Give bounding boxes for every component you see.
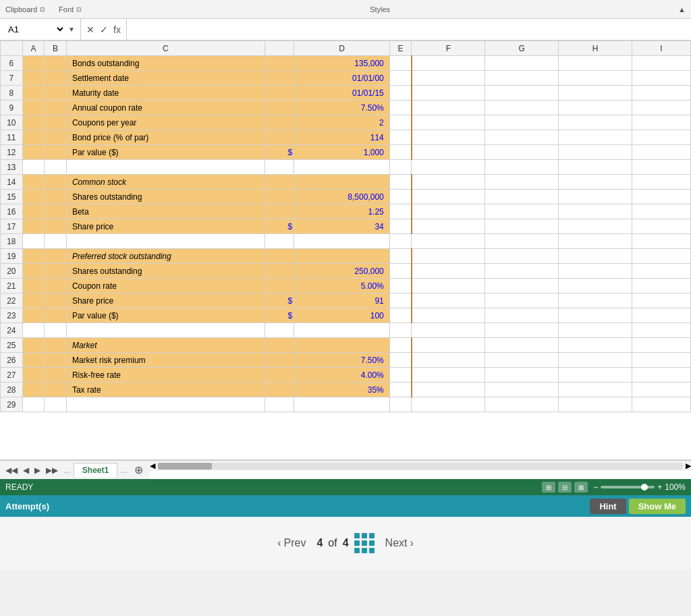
- cell-E9[interactable]: [389, 101, 412, 115]
- cell-C14[interactable]: Common stock: [66, 175, 265, 190]
- cell-F20[interactable]: [412, 264, 485, 279]
- cell-C15[interactable]: Shares outstanding: [66, 190, 265, 204]
- cell-I7[interactable]: [632, 71, 690, 86]
- cell-ref-select[interactable]: A1: [5, 24, 65, 35]
- col-header-G[interactable]: G: [485, 41, 559, 56]
- cancel-icon[interactable]: ✕: [86, 24, 94, 35]
- cell-B24[interactable]: [45, 323, 67, 338]
- cell-I23[interactable]: [632, 308, 690, 323]
- cell-H19[interactable]: [559, 249, 632, 264]
- cell-H21[interactable]: [559, 279, 632, 293]
- cell-C17[interactable]: Share price: [66, 219, 265, 234]
- cell-G15[interactable]: [485, 190, 559, 204]
- cell-C28[interactable]: Tax rate: [66, 383, 265, 397]
- cell-C16[interactable]: Beta: [66, 204, 265, 219]
- cell-G17[interactable]: [485, 219, 559, 234]
- cell-B22[interactable]: [45, 293, 67, 308]
- cell-B12[interactable]: [45, 145, 67, 160]
- cell-D-value-22[interactable]: 91: [294, 293, 389, 308]
- sheet-nav-prev-prev[interactable]: ◀◀: [3, 464, 20, 476]
- cell-F28[interactable]: [412, 383, 485, 397]
- cell-B20[interactable]: [45, 264, 67, 279]
- cell-A26[interactable]: [22, 353, 45, 368]
- cell-G8[interactable]: [485, 86, 559, 101]
- cell-D-dollar-23[interactable]: $: [265, 308, 294, 323]
- cell-E27[interactable]: [389, 368, 412, 383]
- cell-C12[interactable]: Par value ($): [66, 145, 265, 160]
- prev-button[interactable]: ‹ Prev: [277, 537, 306, 549]
- cell-H18[interactable]: [559, 234, 632, 249]
- cell-F19[interactable]: [412, 249, 485, 264]
- cell-D-value-11[interactable]: 114: [294, 130, 389, 145]
- cell-C22[interactable]: Share price: [66, 293, 265, 308]
- cell-E8[interactable]: [389, 86, 412, 101]
- cell-H12[interactable]: [559, 145, 632, 160]
- cell-C11[interactable]: Bond price (% of par): [66, 130, 265, 145]
- cell-H6[interactable]: [559, 56, 632, 71]
- cell-I27[interactable]: [632, 368, 690, 383]
- cell-A13[interactable]: [22, 160, 45, 175]
- cell-G19[interactable]: [485, 249, 559, 264]
- cell-H14[interactable]: [559, 175, 632, 190]
- cell-D-dollar-21[interactable]: [265, 279, 294, 293]
- cell-E24[interactable]: [389, 323, 412, 338]
- zoom-slider[interactable]: [601, 486, 655, 488]
- cell-C7[interactable]: Settlement date: [66, 71, 265, 86]
- cell-G7[interactable]: [485, 71, 559, 86]
- h-scroll-left-btn[interactable]: ◀: [150, 461, 155, 470]
- cell-D-dollar-13[interactable]: [265, 160, 294, 175]
- cell-F9[interactable]: [412, 101, 485, 115]
- cell-H25[interactable]: [559, 338, 632, 353]
- cell-D-dollar-22[interactable]: $: [265, 293, 294, 308]
- cell-F15[interactable]: [412, 190, 485, 204]
- cell-G27[interactable]: [485, 368, 559, 383]
- cell-B16[interactable]: [45, 204, 67, 219]
- cell-D-value-18[interactable]: [294, 234, 389, 249]
- cell-I21[interactable]: [632, 279, 690, 293]
- cell-I12[interactable]: [632, 145, 690, 160]
- cell-A17[interactable]: [22, 219, 45, 234]
- cell-A28[interactable]: [22, 383, 45, 397]
- cell-G21[interactable]: [485, 279, 559, 293]
- cell-H10[interactable]: [559, 115, 632, 130]
- cell-E26[interactable]: [389, 353, 412, 368]
- cell-A7[interactable]: [22, 71, 45, 86]
- cell-E23[interactable]: [389, 308, 412, 323]
- cell-I13[interactable]: [632, 160, 690, 175]
- cell-D-dollar-19[interactable]: [265, 249, 294, 264]
- cell-G13[interactable]: [485, 160, 559, 175]
- cell-D-value-23[interactable]: 100: [294, 308, 389, 323]
- cell-C27[interactable]: Risk-free rate: [66, 368, 265, 383]
- cell-F13[interactable]: [412, 160, 485, 175]
- zoom-plus-icon[interactable]: +: [657, 482, 662, 492]
- cell-C23[interactable]: Par value ($): [66, 308, 265, 323]
- cell-E14[interactable]: [389, 175, 412, 190]
- cell-H23[interactable]: [559, 308, 632, 323]
- cell-A8[interactable]: [22, 86, 45, 101]
- cell-B15[interactable]: [45, 190, 67, 204]
- cell-D-value-20[interactable]: 250,000: [294, 264, 389, 279]
- cell-A12[interactable]: [22, 145, 45, 160]
- cell-I24[interactable]: [632, 323, 690, 338]
- cell-D-dollar-16[interactable]: [265, 204, 294, 219]
- cell-A25[interactable]: [22, 338, 45, 353]
- cell-E6[interactable]: [389, 56, 412, 71]
- cell-A10[interactable]: [22, 115, 45, 130]
- cell-F7[interactable]: [412, 71, 485, 86]
- col-header-H[interactable]: H: [559, 41, 632, 56]
- cell-B14[interactable]: [45, 175, 67, 190]
- cell-B18[interactable]: [45, 234, 67, 249]
- cell-E20[interactable]: [389, 264, 412, 279]
- cell-D-dollar-29[interactable]: [265, 397, 294, 412]
- cell-D-value-26[interactable]: 7.50%: [294, 353, 389, 368]
- cell-C10[interactable]: Coupons per year: [66, 115, 265, 130]
- cell-E25[interactable]: [389, 338, 412, 353]
- cell-C24[interactable]: [66, 323, 265, 338]
- cell-A27[interactable]: [22, 368, 45, 383]
- cell-D-value-28[interactable]: 35%: [294, 383, 389, 397]
- cell-G11[interactable]: [485, 130, 559, 145]
- col-header-D1[interactable]: [265, 41, 294, 56]
- cell-C20[interactable]: Shares outstanding: [66, 264, 265, 279]
- cell-H11[interactable]: [559, 130, 632, 145]
- cell-D-value-10[interactable]: 2: [294, 115, 389, 130]
